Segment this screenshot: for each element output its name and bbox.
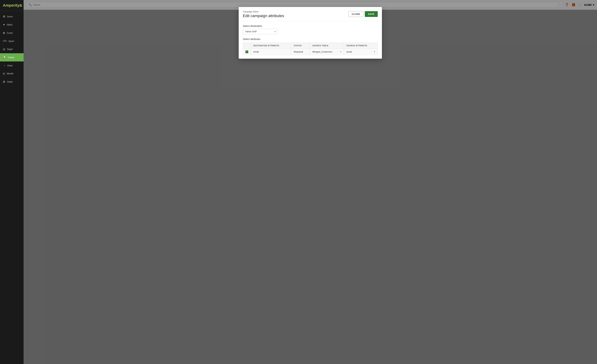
- sidebar-item-customer[interactable]: ⊕ Custo: [0, 29, 24, 37]
- sidebar-item-label: Queri: [8, 40, 14, 42]
- table-row: email Required Merged_Customers ▾: [243, 48, 378, 55]
- destinations-icon: →: [3, 64, 6, 67]
- sources-icon: ⚙: [3, 15, 5, 18]
- source-attribute-value: email: [346, 50, 352, 53]
- save-button[interactable]: SAVE: [365, 11, 378, 17]
- row-status: Required: [291, 48, 310, 55]
- workflows-icon: ⊙: [3, 72, 5, 75]
- sidebar-item-campaigns[interactable]: 📢 Camp: [0, 53, 24, 62]
- sidebar-item-stitch[interactable]: ✦ Stitch: [0, 21, 24, 29]
- sidebar-nav: ⚙ Sourc ✦ Stitch ⊕ Custo </> Queri ◎ Seg…: [0, 11, 24, 364]
- source-table-select[interactable]: Merged_Customers ▾: [312, 50, 341, 53]
- main-area: 🔍 / ❓ 🎁 ⋮ ACME ▾: [24, 0, 597, 364]
- source-table-value: Merged_Customers: [312, 50, 332, 53]
- source-table-chevron-icon: ▾: [340, 51, 341, 53]
- modal-header-actions: CLOSE SAVE: [348, 11, 378, 17]
- table-header-row: DESTINATION ATTRIBUTE STATUS SOURCE TABL…: [243, 43, 378, 48]
- row-destination-attribute: email: [251, 48, 291, 55]
- destination-value: Yahoo DSP: [245, 30, 257, 33]
- source-attribute-chevron-icon: ▾: [374, 51, 375, 53]
- modal-overlay: Campaign Name Edit campaign attributes C…: [24, 10, 597, 364]
- sidebar-item-workflows[interactable]: ⊙ Workfl: [0, 70, 24, 78]
- sidebar-item-label: Sourc: [7, 15, 13, 18]
- sidebar-item-label: Camp: [8, 56, 14, 59]
- col-destination-attribute: DESTINATION ATTRIBUTE: [251, 43, 291, 48]
- queries-icon: </>: [3, 39, 7, 43]
- sidebar-item-label: Custo: [7, 31, 13, 34]
- sidebar-item-label: Settin: [7, 80, 13, 83]
- sidebar-item-label: Stitch: [7, 23, 13, 26]
- modal-campaign-name: Campaign Name: [243, 10, 284, 13]
- attributes-section-label: Select attributes: [243, 38, 378, 40]
- sidebar-item-segments[interactable]: ◎ Segm: [0, 45, 24, 53]
- attributes-table: DESTINATION ATTRIBUTE STATUS SOURCE TABL…: [243, 43, 378, 55]
- sidebar-item-sources[interactable]: ⚙ Sourc: [0, 12, 24, 21]
- sidebar-item-label: Workfl: [7, 72, 13, 75]
- modal-title: Edit campaign attributes: [243, 14, 284, 18]
- sidebar-item-settings[interactable]: ⚙ Settin: [0, 78, 24, 86]
- customer-icon: ⊕: [3, 31, 5, 35]
- logo-text: Amperity: [3, 3, 19, 8]
- sidebar-item-destinations[interactable]: → Desti: [0, 62, 24, 70]
- source-attribute-select[interactable]: email ▾: [346, 50, 375, 53]
- modal-title-block: Campaign Name Edit campaign attributes: [243, 10, 284, 18]
- modal-dialog: Campaign Name Edit campaign attributes C…: [239, 10, 382, 59]
- sidebar-item-label: Segm: [7, 48, 13, 50]
- close-button[interactable]: CLOSE: [348, 11, 363, 17]
- row-checkbox[interactable]: [245, 50, 248, 53]
- stitch-icon: ✦: [3, 23, 5, 26]
- col-checkbox: [243, 43, 251, 48]
- row-checkbox-cell[interactable]: [243, 48, 251, 55]
- destination-chevron-icon: ▾: [275, 30, 275, 33]
- sidebar-item-label: Desti: [7, 64, 13, 67]
- app-shell: Amperity& ⚙ Sourc ✦ Stitch ⊕ Custo </> Q…: [0, 0, 597, 364]
- campaigns-icon: 📢: [3, 56, 6, 59]
- segments-icon: ◎: [3, 47, 5, 51]
- sidebar-item-queries[interactable]: </> Queri: [0, 37, 24, 45]
- modal-body: Select destination Yahoo DSP ▾ Select at…: [239, 21, 382, 59]
- settings-icon: ⚙: [3, 80, 5, 84]
- col-source-attribute: SOURCE ATTRIBUTE: [344, 43, 377, 48]
- destination-select[interactable]: Yahoo DSP ▾: [243, 29, 278, 34]
- destination-section-label: Select destination: [243, 25, 378, 27]
- row-source-table-cell[interactable]: Merged_Customers ▾: [310, 48, 344, 55]
- row-source-attribute-cell[interactable]: email ▾: [344, 48, 377, 55]
- col-status: STATUS: [291, 43, 310, 48]
- sidebar-logo: Amperity&: [0, 0, 24, 11]
- sidebar: Amperity& ⚙ Sourc ✦ Stitch ⊕ Custo </> Q…: [0, 0, 24, 364]
- content-bg: Campaign Name Edit campaign attributes C…: [24, 10, 597, 364]
- col-source-table: SOURCE TABLE: [310, 43, 344, 48]
- modal-header: Campaign Name Edit campaign attributes C…: [239, 10, 382, 21]
- logo-icon: &: [19, 3, 22, 8]
